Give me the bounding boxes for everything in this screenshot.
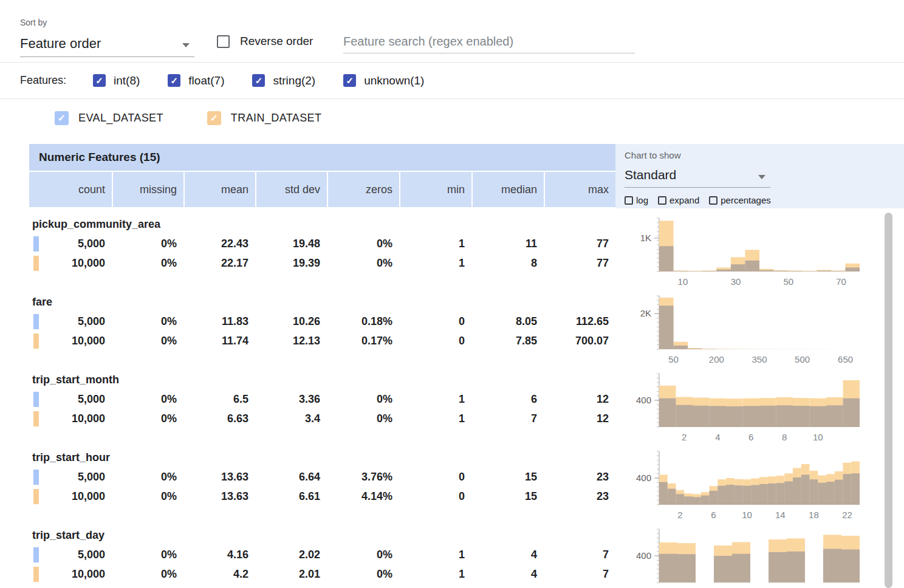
checkbox-unchecked-icon[interactable] <box>625 196 633 205</box>
dataset-marker-train <box>33 256 39 271</box>
stat-value: 5,000 <box>29 389 112 409</box>
stat-value: 11 <box>471 234 544 253</box>
column-header-count: count <box>29 172 112 207</box>
stat-value: 700.07 <box>544 331 615 350</box>
stat-value: 0% <box>327 564 399 584</box>
stat-value: 4.14% <box>327 487 399 506</box>
checkbox-checked-icon[interactable]: ✓ <box>93 74 106 87</box>
svg-text:6: 6 <box>711 510 716 520</box>
chart-option-label: log <box>636 195 648 205</box>
checkbox-checked-icon[interactable]: ✓ <box>168 74 180 87</box>
checkbox-unchecked-icon[interactable] <box>709 196 717 205</box>
stat-value: 5,000 <box>29 312 112 331</box>
stat-value: 1 <box>399 234 471 253</box>
dataset-marker-eval <box>33 314 39 329</box>
reverse-order-checkbox[interactable] <box>217 35 230 48</box>
stat-value: 8 <box>471 253 544 273</box>
column-header-median: median <box>471 172 544 207</box>
feature-type-filter-unknown[interactable]: ✓unknown(1) <box>343 74 424 87</box>
dataset-marker-eval <box>33 236 39 251</box>
stat-value: 77 <box>544 253 615 273</box>
stat-value: 0% <box>327 545 399 564</box>
svg-text:2: 2 <box>677 510 682 520</box>
stat-value: 0 <box>399 467 471 487</box>
chart-to-show-label: Chart to show <box>625 150 681 160</box>
stat-value: 7.85 <box>471 331 544 350</box>
dataset-toggle-eval[interactable]: ✓EVAL_DATASET <box>55 111 163 125</box>
stat-value: 10,000 <box>29 487 112 506</box>
svg-text:50: 50 <box>784 276 794 287</box>
chart-option-expand[interactable]: expand <box>658 195 699 205</box>
chart-option-percentages[interactable]: percentages <box>709 195 771 205</box>
stat-value: 15 <box>471 467 544 487</box>
checkbox-checked-icon[interactable]: ✓ <box>55 111 69 125</box>
stat-value: 7 <box>544 545 615 564</box>
dataset-label: EVAL_DATASET <box>78 112 163 125</box>
svg-text:6: 6 <box>748 432 753 442</box>
dataset-legend: ✓EVAL_DATASET✓TRAIN_DATASET <box>0 99 904 137</box>
stat-value: 10,000 <box>29 331 112 350</box>
stat-value: 4 <box>471 564 544 584</box>
sort-by-dropdown[interactable]: Feature order <box>20 33 194 57</box>
stat-value: 19.48 <box>255 234 327 253</box>
feature-type-filter-float[interactable]: ✓float(7) <box>168 74 224 87</box>
stat-value: 6 <box>471 389 544 409</box>
stat-value: 0% <box>112 487 183 506</box>
feature-type-filter-label: string(2) <box>273 74 315 87</box>
svg-text:1K: 1K <box>640 233 651 243</box>
checkbox-unchecked-icon[interactable] <box>658 196 666 205</box>
histogram-svg: 4002610141822 <box>624 448 891 525</box>
stat-value: 22.17 <box>183 253 255 273</box>
stat-value: 1 <box>399 389 471 409</box>
dataset-toggle-train[interactable]: ✓TRAIN_DATASET <box>207 111 322 125</box>
feature-type-filter-label: unknown(1) <box>364 74 424 87</box>
reverse-order-control[interactable]: Reverse order <box>217 35 313 48</box>
feature-search-input[interactable] <box>343 30 635 53</box>
checkbox-checked-icon[interactable]: ✓ <box>252 74 265 87</box>
stat-value: 7 <box>471 409 544 428</box>
feature-block: pickup_community_area5,0000%22.4319.480%… <box>29 214 615 292</box>
column-header-row: countmissingmeanstd devzerosminmedianmax <box>29 172 615 207</box>
checkbox-checked-icon[interactable]: ✓ <box>207 111 221 125</box>
dataset-marker-eval <box>33 547 39 562</box>
stat-value: 8.05 <box>471 312 544 331</box>
stats-row-train: 10,0000%11.7412.130.17%07.85700.07 <box>29 331 615 350</box>
stat-value: 0.17% <box>327 331 399 350</box>
stat-value: 0% <box>112 545 183 564</box>
stat-value: 10,000 <box>29 564 112 584</box>
stats-row-eval: 5,0000%11.8310.260.18%08.05112.65 <box>29 312 615 331</box>
reverse-order-label: Reverse order <box>240 35 313 48</box>
dropdown-arrow-icon <box>182 43 190 47</box>
feature-type-filter-string[interactable]: ✓string(2) <box>252 74 315 87</box>
svg-text:70: 70 <box>836 276 846 287</box>
checkbox-checked-icon[interactable]: ✓ <box>343 74 356 87</box>
svg-text:400: 400 <box>636 395 651 405</box>
feature-rows: pickup_community_area5,0000%22.4319.480%… <box>29 208 615 588</box>
histogram-svg: 1K10305070 <box>624 214 891 292</box>
feature-name: pickup_community_area <box>32 218 160 231</box>
stats-row-train: 10,0000%4.22.010%147 <box>29 564 615 584</box>
stat-value: 5,000 <box>29 234 112 253</box>
feature-block: fare5,0000%11.8310.260.18%08.05112.6510,… <box>29 292 615 370</box>
feature-histogram: 2K50200350500650 <box>615 292 904 370</box>
stat-value: 11.83 <box>183 312 255 331</box>
scrollbar-thumb[interactable] <box>885 213 892 588</box>
chart-option-label: expand <box>669 195 699 205</box>
chart-type-dropdown[interactable]: Standard <box>625 165 770 188</box>
sort-by-value: Feature order <box>20 36 101 51</box>
stat-value: 1 <box>399 564 471 584</box>
stat-value: 4 <box>471 545 544 564</box>
svg-text:400: 400 <box>636 473 651 483</box>
stats-row-eval: 5,0000%22.4319.480%11177 <box>29 234 615 253</box>
feature-name: fare <box>32 296 52 309</box>
stat-value: 12.13 <box>255 331 327 350</box>
stat-value: 0% <box>112 234 183 253</box>
feature-type-filter-int[interactable]: ✓int(8) <box>93 74 140 87</box>
dataset-marker-train <box>33 333 39 349</box>
stats-row-train: 10,0000%22.1719.390%1877 <box>29 253 615 273</box>
column-header-missing: missing <box>112 172 183 207</box>
chart-option-log[interactable]: log <box>625 195 648 205</box>
feature-name: trip_start_month <box>32 374 119 386</box>
dataset-label: TRAIN_DATASET <box>231 112 322 125</box>
stat-value: 10.26 <box>255 312 327 331</box>
